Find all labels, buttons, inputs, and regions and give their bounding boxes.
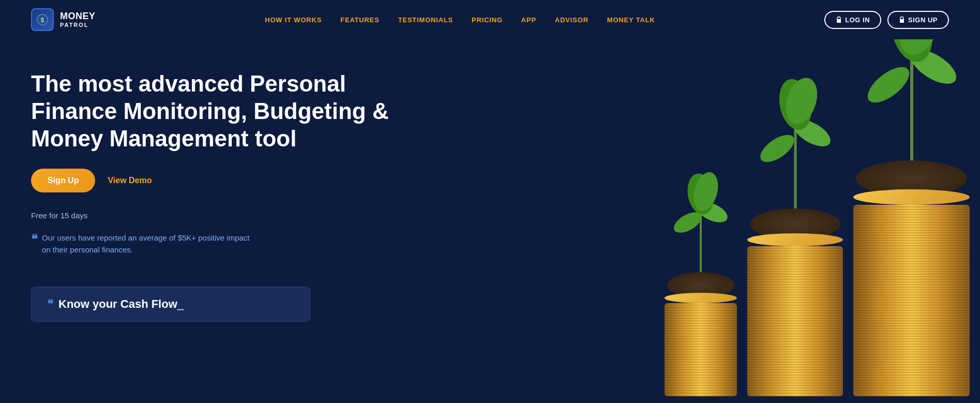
coin-top-1 (665, 293, 737, 303)
signup-button[interactable]: SIGN UP (887, 11, 949, 29)
quote-mark-icon: ❝ (31, 233, 38, 246)
auth-buttons: LOG IN SIGN UP (824, 11, 949, 29)
nav-pricing[interactable]: PRICING (472, 16, 503, 24)
testimonial-quote: ❝ Our users have reported an average of … (31, 232, 259, 256)
cashflow-text: Know your Cash Flow_ (58, 297, 184, 311)
plant-icon-2 (754, 76, 837, 211)
brand-sub: PATROL (60, 22, 96, 28)
svg-point-15 (862, 61, 915, 109)
svg-text:$: $ (41, 17, 44, 24)
cashflow-box: ❝ Know your Cash Flow_ (31, 287, 310, 322)
logo-icon[interactable]: $ (31, 8, 54, 31)
coin-body-1 (665, 303, 737, 396)
brand-name: MONEY (60, 11, 96, 22)
nav-advisor[interactable]: ADVISOR (555, 16, 589, 24)
lock-icon-signup (899, 16, 905, 23)
coin-top-3 (853, 189, 970, 205)
logo-text: MONEY PATROL (60, 11, 96, 28)
lock-icon (836, 16, 842, 23)
nav-testimonials[interactable]: TESTIMONIALS (398, 16, 453, 24)
coin-stack-2 (747, 76, 843, 396)
coin-top-2 (747, 233, 843, 246)
hero-section: The most advanced Personal Finance Monit… (0, 39, 980, 401)
coins-decoration (577, 50, 980, 401)
plant-icon-1 (670, 171, 732, 274)
plant-icon-3 (860, 39, 963, 162)
hero-content: The most advanced Personal Finance Monit… (31, 70, 393, 322)
nav-links: HOW IT WORKS FEATURES TESTIMONIALS PRICI… (265, 16, 655, 24)
view-demo-link[interactable]: View Demo (108, 176, 152, 185)
nav-money-talk[interactable]: MONEY TALK (607, 16, 655, 24)
coin-stack-3 (853, 39, 970, 396)
svg-rect-2 (837, 19, 841, 23)
coin-body-2 (747, 246, 843, 396)
nav-features[interactable]: FEATURES (340, 16, 380, 24)
svg-rect-3 (900, 19, 904, 23)
nav-how-it-works[interactable]: HOW IT WORKS (265, 16, 322, 24)
cashflow-quote-icon: ❝ (47, 297, 53, 311)
logo-area: $ MONEY PATROL (31, 8, 96, 31)
navbar: $ MONEY PATROL HOW IT WORKS FEATURES TES… (0, 0, 980, 39)
hero-title: The most advanced Personal Finance Monit… (31, 70, 393, 152)
testimonial-text: Our users have reported an average of $5… (42, 232, 259, 256)
free-trial-text: Free for 15 days (31, 211, 393, 220)
nav-app[interactable]: APP (521, 16, 536, 24)
hero-buttons: Sign Up View Demo (31, 169, 393, 192)
coin-stack-1 (665, 171, 737, 396)
login-button[interactable]: LOG IN (824, 11, 881, 29)
coin-body-3 (853, 205, 970, 396)
svg-point-10 (756, 129, 798, 167)
hero-signup-button[interactable]: Sign Up (31, 169, 95, 192)
